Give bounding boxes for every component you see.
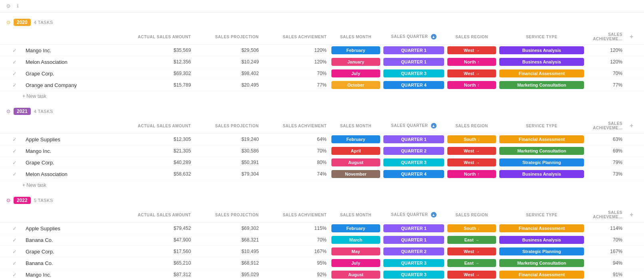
task-achievement-0-3: 77% — [262, 82, 330, 88]
task-service-cell-0-0: Business Analysis — [498, 46, 586, 54]
group-task-count-2022: 5 TASKS — [34, 198, 53, 203]
column-headers-2020: ACTUAL SALES AMOUNT SALES PROJECTION SAL… — [0, 29, 644, 45]
task-check-1-0[interactable]: ✓ — [6, 137, 22, 142]
task-name-0-2[interactable]: Grape Corp. — [22, 71, 126, 77]
task-achievement2-2-3: 94% — [586, 260, 626, 266]
new-task-row-2021[interactable]: + New task — [0, 180, 644, 190]
task-name-1-2[interactable]: Grape Corp. — [22, 160, 126, 166]
task-month-cell-2-0: February — [330, 224, 382, 232]
region-arrow-0-0: → — [476, 48, 480, 53]
group-header-2021: ⊙ 2021 4 TASKS — [0, 105, 644, 118]
task-check-0-1[interactable]: ✓ — [6, 59, 22, 65]
col-region: SALES REGION — [446, 122, 498, 130]
region-arrow-0-2: → — [476, 71, 480, 76]
task-month-badge-0-3: October — [331, 81, 380, 89]
task-name-2-0[interactable]: Apple Supplies — [22, 226, 126, 232]
task-name-2-4[interactable]: Mango Inc. — [22, 272, 126, 278]
task-service-cell-1-3: Business Analysis — [498, 170, 586, 178]
task-region-tag-2-0: South ↓ — [447, 224, 496, 232]
task-region-tag-1-2: West → — [447, 158, 496, 166]
task-service-badge-2-2: Strategic Planning — [499, 247, 584, 255]
col-actual-sales: ACTUAL SALES AMOUNT — [126, 122, 194, 130]
task-service-badge-1-2: Strategic Planning — [499, 158, 584, 166]
task-check-1-2[interactable]: ✓ — [6, 160, 22, 166]
task-row-1-1: ✓ Mango Inc. $21,305 $30,586 70% April Q… — [0, 145, 644, 157]
column-headers-2022: ACTUAL SALES AMOUNT SALES PROJECTION SAL… — [0, 207, 644, 223]
task-service-cell-2-4: Financial Assessment — [498, 271, 586, 279]
task-check-2-3[interactable]: ✓ — [6, 260, 22, 266]
sort-icon: ▲ — [431, 212, 437, 218]
collapse-icon[interactable]: ⊙ — [6, 3, 10, 9]
task-actual-0-2: $69,302 — [126, 71, 194, 76]
task-check-2-1[interactable]: ✓ — [6, 237, 22, 243]
task-month-cell-1-1: April — [330, 147, 382, 155]
group-toggle-2022[interactable]: ⊙ — [6, 198, 10, 203]
group-task-count-2021: 4 TASKS — [34, 109, 53, 114]
task-name-1-3[interactable]: Melon Association — [22, 171, 126, 177]
task-region-tag-0-0: West → — [447, 46, 496, 54]
new-task-row-2020[interactable]: + New task — [0, 91, 644, 101]
task-name-0-0[interactable]: Mango Inc. — [22, 47, 126, 53]
task-service-cell-1-2: Strategic Planning — [498, 158, 586, 166]
task-quarter-badge-0-3: QUARTER 4 — [383, 81, 444, 89]
task-name-0-1[interactable]: Melon Association — [22, 59, 126, 65]
task-quarter-badge-1-1: QUARTER 2 — [383, 147, 444, 155]
task-name-1-0[interactable]: Apple Supplies — [22, 137, 126, 142]
task-quarter-badge-0-0: QUARTER 1 — [383, 46, 444, 54]
col-month: SALES MONTH — [330, 211, 382, 219]
task-check-1-1[interactable]: ✓ — [6, 148, 22, 154]
task-achievement-0-0: 120% — [262, 47, 330, 53]
task-month-badge-1-3: November — [331, 170, 380, 178]
task-projection-1-2: $50,391 — [194, 160, 262, 165]
task-service-cell-0-1: Business Analysis — [498, 58, 586, 66]
task-service-cell-1-1: Marketing Consultation — [498, 147, 586, 155]
task-month-cell-0-2: July — [330, 69, 382, 77]
task-region-tag-0-1: North ↑ — [447, 58, 496, 66]
task-name-2-1[interactable]: Banana Co. — [22, 237, 126, 243]
group-header-2022: ⊙ 2022 5 TASKS — [0, 194, 644, 207]
task-check-1-3[interactable]: ✓ — [6, 171, 22, 177]
task-region-tag-1-3: North ↑ — [447, 170, 496, 178]
task-actual-0-3: $15,789 — [126, 82, 194, 88]
task-service-badge-0-1: Business Analysis — [499, 58, 584, 66]
task-month-badge-2-3: July — [331, 259, 380, 267]
task-month-badge-0-1: January — [331, 58, 380, 66]
task-name-0-3[interactable]: Orange and Company — [22, 82, 126, 88]
task-row-2-2: ✓ Grape Corp. $17,560 $10,495 167% May Q… — [0, 246, 644, 257]
task-month-cell-1-0: February — [330, 135, 382, 143]
group-section-2021: ⊙ 2021 4 TASKS ACTUAL SALES AMOUNT SALES… — [0, 105, 644, 190]
task-check-0-2[interactable]: ✓ — [6, 71, 22, 77]
task-check-2-4[interactable]: ✓ — [6, 272, 22, 278]
task-month-cell-2-2: May — [330, 247, 382, 255]
task-name-1-1[interactable]: Mango Inc. — [22, 148, 126, 154]
task-check-0-3[interactable]: ✓ — [6, 82, 22, 88]
task-achievement-2-4: 92% — [262, 272, 330, 277]
task-projection-0-1: $10,249 — [194, 59, 262, 65]
group-toggle-2021[interactable]: ⊙ — [6, 109, 10, 114]
group-toggle-2020[interactable]: ⊙ — [6, 20, 10, 25]
add-column-btn[interactable]: + — [626, 210, 638, 220]
task-achievement2-2-1: 70% — [586, 237, 626, 243]
col-achievement2: SALES ACHIEVEME... — [586, 209, 626, 221]
add-column-btn[interactable]: + — [626, 32, 638, 42]
task-service-badge-1-3: Business Analysis — [499, 170, 584, 178]
add-column-btn[interactable]: + — [626, 121, 638, 131]
task-quarter-badge-2-1: QUARTER 1 — [383, 236, 444, 244]
task-check-0-0[interactable]: ✓ — [6, 47, 22, 53]
col-name — [22, 35, 126, 38]
task-region-tag-2-4: West → — [447, 271, 496, 279]
task-achievement-0-2: 70% — [262, 71, 330, 76]
task-name-2-2[interactable]: Grape Corp. — [22, 249, 126, 255]
task-projection-2-1: $68,321 — [194, 237, 262, 243]
task-month-cell-2-4: August — [330, 271, 382, 279]
task-projection-2-0: $69,302 — [194, 226, 262, 231]
task-achievement2-2-2: 167% — [586, 249, 626, 254]
task-check-2-2[interactable]: ✓ — [6, 249, 22, 255]
task-check-2-0[interactable]: ✓ — [6, 226, 22, 232]
task-achievement2-1-3: 73% — [586, 171, 626, 177]
task-actual-0-0: $35,569 — [126, 47, 194, 53]
task-row-0-1: ✓ Melon Association $12,356 $10,249 120%… — [0, 56, 644, 68]
group-year-badge-2020: 2020 — [14, 19, 31, 26]
col-month: SALES MONTH — [330, 33, 382, 41]
task-name-2-3[interactable]: Banana Co. — [22, 260, 126, 266]
